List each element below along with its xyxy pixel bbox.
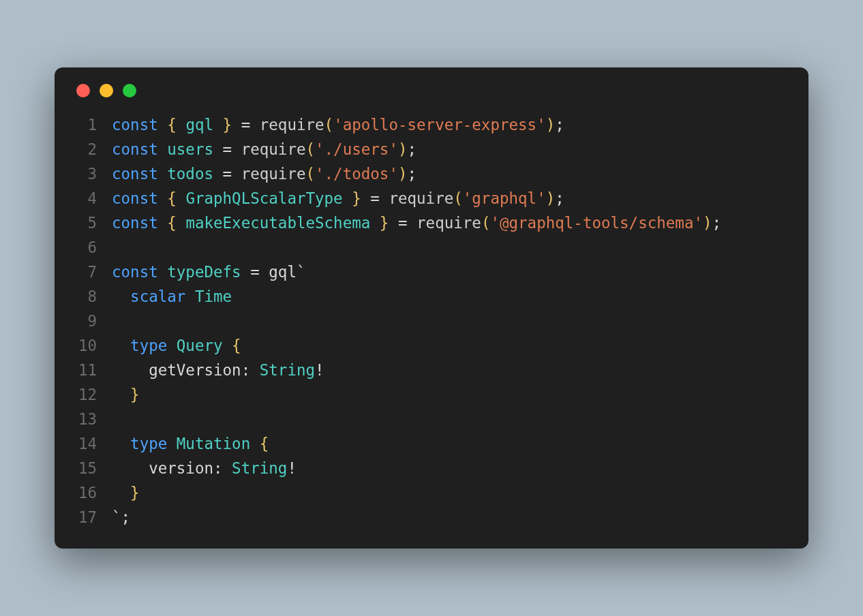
- code-line: 8 scalar Time: [74, 284, 789, 309]
- line-content: type Query {: [112, 333, 789, 358]
- line-content: const { GraphQLScalarType } = require('g…: [112, 186, 789, 211]
- line-content: [112, 407, 789, 431]
- code-line: 11 getVersion: String!: [74, 358, 789, 382]
- line-content: version: String!: [112, 456, 789, 480]
- code-line: 14 type Mutation {: [74, 431, 789, 456]
- line-number: 9: [74, 309, 112, 333]
- minimize-icon[interactable]: [100, 84, 113, 97]
- line-number: 11: [74, 358, 112, 382]
- code-line: 1const { gql } = require('apollo-server-…: [74, 112, 789, 137]
- line-number: 6: [74, 235, 112, 260]
- line-content: type Mutation {: [112, 431, 789, 456]
- close-icon[interactable]: [76, 84, 90, 97]
- line-number: 4: [74, 186, 112, 211]
- line-content: const users = require('./users');: [112, 137, 789, 161]
- line-content: }: [112, 480, 789, 505]
- line-number: 10: [74, 333, 112, 358]
- line-content: const { gql } = require('apollo-server-e…: [112, 112, 789, 137]
- line-number: 17: [74, 505, 112, 529]
- code-line: 7const typeDefs = gql`: [74, 260, 789, 284]
- code-line: 2const users = require('./users');: [74, 137, 789, 161]
- line-content: [112, 309, 789, 333]
- line-number: 3: [74, 161, 112, 186]
- line-number: 13: [74, 407, 112, 431]
- code-line: 13: [74, 407, 789, 431]
- line-content: const typeDefs = gql`: [112, 260, 789, 284]
- line-content: const { makeExecutableSchema } = require…: [112, 211, 789, 235]
- code-line: 10 type Query {: [74, 333, 789, 358]
- code-line: 6: [74, 235, 789, 260]
- code-line: 16 }: [74, 480, 789, 505]
- code-line: 12 }: [74, 382, 789, 407]
- code-line: 17`;: [74, 505, 789, 529]
- code-line: 3const todos = require('./todos');: [74, 161, 789, 186]
- line-content: `;: [112, 505, 789, 529]
- line-number: 2: [74, 137, 112, 161]
- line-content: [112, 235, 789, 260]
- code-editor[interactable]: 1const { gql } = require('apollo-server-…: [74, 112, 789, 529]
- line-number: 5: [74, 211, 112, 235]
- line-number: 15: [74, 456, 112, 480]
- line-number: 7: [74, 260, 112, 284]
- line-number: 14: [74, 431, 112, 456]
- line-number: 16: [74, 480, 112, 505]
- line-content: getVersion: String!: [112, 358, 789, 382]
- zoom-icon[interactable]: [123, 84, 136, 97]
- code-line: 4const { GraphQLScalarType } = require('…: [74, 186, 789, 211]
- line-content: }: [112, 382, 789, 407]
- code-line: 15 version: String!: [74, 456, 789, 480]
- line-number: 8: [74, 284, 112, 309]
- code-line: 5const { makeExecutableSchema } = requir…: [74, 211, 789, 235]
- line-content: scalar Time: [112, 284, 789, 309]
- line-number: 12: [74, 382, 112, 407]
- line-number: 1: [74, 112, 112, 137]
- traffic-lights: [76, 84, 789, 97]
- line-content: const todos = require('./todos');: [112, 161, 789, 186]
- code-window: 1const { gql } = require('apollo-server-…: [55, 67, 808, 549]
- code-line: 9: [74, 309, 789, 333]
